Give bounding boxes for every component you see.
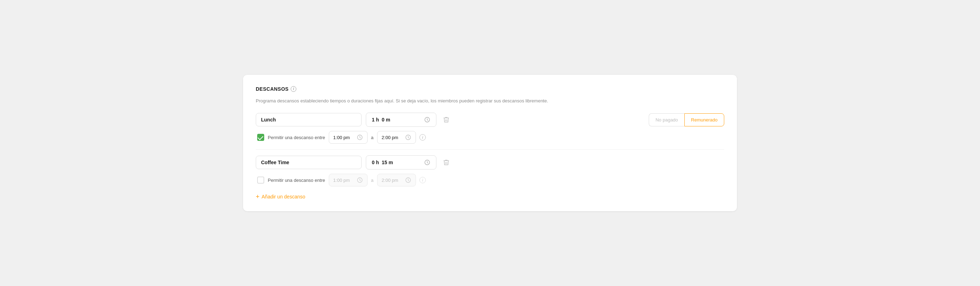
range-info-icon-coffee[interactable]: i	[420, 177, 426, 183]
break-name-input-coffee[interactable]	[256, 156, 361, 169]
range-from-box-coffee[interactable]: 1:00 pm	[329, 174, 368, 187]
duration-clock-btn-coffee[interactable]	[424, 159, 430, 166]
range-to-clock-btn-coffee[interactable]	[405, 177, 411, 183]
section-description: Programa descansos estableciendo tiempos…	[256, 97, 724, 104]
break-divider	[256, 149, 724, 150]
add-break-button[interactable]: + Añadir un descanso	[256, 192, 305, 201]
allow-range-checkbox-lunch[interactable]	[257, 134, 264, 141]
break-item-coffee: 0 h 15 m	[256, 155, 724, 187]
allow-range-checkbox-coffee[interactable]	[257, 177, 264, 184]
no-pagado-btn-lunch[interactable]: No pagado	[649, 113, 684, 126]
remunerado-btn-lunch[interactable]: Remunerado	[684, 113, 724, 126]
range-to-value-lunch: 2:00 pm	[382, 135, 402, 140]
range-info-icon-lunch[interactable]: i	[420, 134, 426, 141]
range-from-value-coffee: 1:00 pm	[333, 177, 354, 183]
duration-box-coffee: 0 h 15 m	[366, 155, 436, 169]
range-from-clock-btn-lunch[interactable]	[356, 134, 363, 141]
payment-toggle-lunch: No pagado Remunerado	[649, 113, 724, 126]
range-from-box-lunch[interactable]: 1:00 pm	[329, 131, 368, 144]
duration-text-coffee: 0 h 15 m	[372, 160, 421, 165]
duration-clock-btn-lunch[interactable]	[424, 117, 430, 123]
range-separator-lunch: a	[371, 135, 374, 140]
break-item-lunch: 1 h 0 m No	[256, 113, 724, 144]
break-name-input-lunch[interactable]	[256, 113, 361, 126]
duration-text-lunch: 1 h 0 m	[372, 117, 421, 123]
delete-break-btn-lunch[interactable]	[441, 114, 452, 125]
duration-box-lunch: 1 h 0 m	[366, 113, 436, 127]
plus-icon: +	[256, 193, 259, 200]
descansos-card: DESCANSOS i Programa descansos estableci…	[243, 75, 737, 211]
section-title: DESCANSOS	[256, 86, 289, 92]
break-main-row-lunch: 1 h 0 m No	[256, 113, 724, 127]
permit-label-coffee: Permitir una descanso entre	[268, 177, 325, 183]
section-header: DESCANSOS i	[256, 86, 724, 92]
break-main-row-coffee: 0 h 15 m	[256, 155, 724, 169]
permit-label-lunch: Permitir una descanso entre	[268, 135, 325, 140]
add-break-label: Añadir un descanso	[262, 194, 305, 200]
section-info-icon[interactable]: i	[291, 86, 296, 92]
range-to-value-coffee: 2:00 pm	[382, 177, 402, 183]
range-separator-coffee: a	[371, 177, 374, 183]
range-from-clock-btn-coffee[interactable]	[356, 177, 363, 183]
range-to-clock-btn-lunch[interactable]	[405, 134, 411, 141]
delete-break-btn-coffee[interactable]	[441, 157, 452, 168]
range-to-box-lunch[interactable]: 2:00 pm	[377, 131, 416, 144]
time-range-row-lunch: Permitir una descanso entre 1:00 pm a 2:…	[256, 131, 724, 144]
time-range-row-coffee: Permitir una descanso entre 1:00 pm a 2:…	[256, 174, 724, 187]
range-to-box-coffee[interactable]: 2:00 pm	[377, 174, 416, 187]
range-from-value-lunch: 1:00 pm	[333, 135, 354, 140]
